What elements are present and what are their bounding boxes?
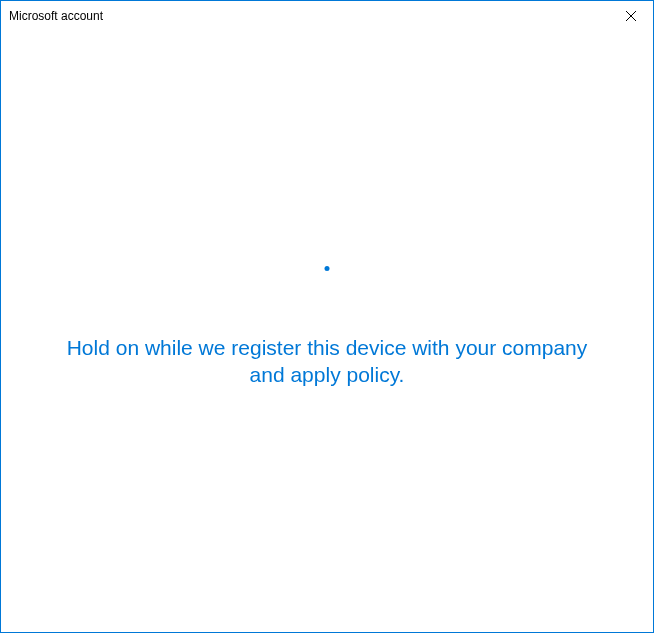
loading-spinner	[307, 266, 347, 306]
dialog-window: Microsoft account Hold on while we regis…	[0, 0, 654, 633]
close-icon	[626, 11, 636, 21]
titlebar: Microsoft account	[1, 1, 653, 31]
status-message: Hold on while we register this device wi…	[27, 334, 627, 389]
close-button[interactable]	[608, 1, 653, 31]
content-area: Hold on while we register this device wi…	[1, 31, 653, 632]
window-title: Microsoft account	[9, 9, 103, 23]
spinner-dot-icon	[325, 266, 330, 271]
